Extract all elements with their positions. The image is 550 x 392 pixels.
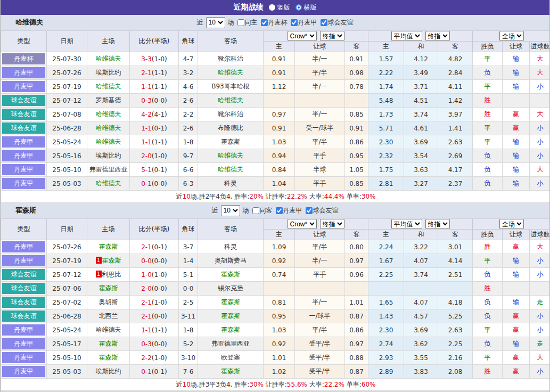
asian-odds-cell: 0.85 [345,177,368,191]
bookmaker-select[interactable]: Crow* [288,31,317,41]
match-date-cell: 25-05-10 [47,163,87,177]
competition-option[interactable]: 球会友谊 [303,206,339,215]
match-date-cell: 25-07-08 [47,108,87,121]
asian-sub-header: 客 [345,42,368,52]
euro-odds-cell: 3.74 [404,108,438,121]
summary-segment: 44.4% [324,193,344,200]
competition-type-badge: 丹麦甲 [2,67,45,78]
euro-odds-cell: 2.63 [438,323,473,337]
competition-type-cell: 丹麦甲 [1,135,47,149]
same-venue-option[interactable]: 同客 [250,206,273,215]
competition-option[interactable]: 丹麦杯 [259,18,288,27]
odds-stage-select[interactable]: 终指 [320,31,344,41]
euro-source-select[interactable]: 平均值 [391,31,422,41]
euro-odds-cell: 5.48 [368,94,404,108]
competition-option[interactable]: 丹麦甲 [274,206,302,215]
asian-odds-cell: 0.87 [345,365,368,379]
euro-source-select[interactable]: 平均值 [391,219,422,229]
home-team-name: 霍森斯 [99,284,118,292]
result-cell: 平 [473,121,503,135]
fulltime-score: 1-1 [141,138,152,146]
away-team-cell: B93哥本哈根 [198,80,264,94]
away-team-name: 霍森斯 [221,298,240,306]
column-header: 客场 [198,31,264,52]
competition-checkbox[interactable] [261,19,268,26]
asian-odds-cell: 平/半 [295,240,345,254]
summary-row: 近10场,胜2平4负4, 胜率:20% 让胜率:22.2% 大率:44.4% 单… [1,191,550,203]
euro-odds-group-header: 平均值终指 [368,31,473,42]
euro-odds-cell: 1.67 [368,254,404,268]
match-date-cell: 25-05-03 [47,177,87,191]
euro-odds-cell: 3.97 [438,108,473,121]
same-venue-checkbox[interactable] [252,207,259,214]
score-cell: 0-0(0-0) [130,254,179,268]
euro-sub-header: 客 [438,230,473,240]
competition-type-badge: 球会友谊 [2,297,45,308]
home-team-cell: 哈维德夫 [87,52,130,66]
competition-option[interactable]: 球会友谊 [318,18,354,27]
competition-type-cell: 球会友谊 [1,309,47,323]
asian-odds-cell: 半/一 [295,296,345,309]
away-team-name: 霍森斯 [221,326,240,333]
asian-odds-cell [264,282,295,296]
near-games-select[interactable]: 10 [221,205,240,216]
corner-cell: 1-8 [179,323,198,337]
euro-sub-header: 和 [404,230,438,240]
result-sub-header: 让球 [503,42,530,52]
result-cell [503,94,530,108]
period-select[interactable]: 全场 [499,219,524,229]
euro-odds-cell: 2.93 [368,351,404,365]
competition-label: 丹麦杯 [268,18,288,27]
radio-selected-icon [295,4,302,11]
odds-stage-select[interactable]: 终指 [320,219,344,229]
home-team-cell: 弗雷德里西亚 [87,163,130,177]
same-venue-checkbox[interactable] [237,19,244,26]
score-cell: 4-2(4-1) [130,108,179,121]
competition-type-badge: 丹麦甲 [2,352,45,363]
fulltime-score: 1-1 [141,326,152,334]
halftime-score: (1-0) [152,55,167,63]
home-team-cell: 埃斯比约 [87,149,130,163]
column-header: 日期 [47,31,87,52]
fulltime-score: 2-1 [141,313,152,320]
near-games-select[interactable]: 10 [206,17,225,28]
layout-radio-vertical[interactable]: 竖版 [269,3,290,12]
bookmaker-select[interactable]: Crow* [288,219,317,229]
home-team-name: 霍森斯 [99,340,118,347]
euro-odds-cell: 4.11 [438,80,473,94]
euro-stage-select[interactable]: 终指 [425,31,450,41]
asian-odds-cell [264,94,295,108]
summary-segment: 场,胜3平3负4, [191,381,234,388]
layout-radio-horizontal[interactable]: 横版 [295,3,317,12]
result-cell: 胜 [473,282,503,296]
summary-segment: 大率: [307,381,324,388]
competition-checkbox[interactable] [321,19,327,26]
corner-cell: 9-7 [179,149,198,163]
euro-odds-cell: 1.65 [368,296,404,309]
asian-sub-header: 主 [264,42,295,52]
competition-checkbox[interactable] [276,207,283,214]
home-team-name: 弗雷德里西亚 [89,166,128,173]
halftime-score: (1-1) [152,138,167,146]
match-date-cell: 25-07-02 [47,296,87,309]
halftime-score: (0-0) [152,340,167,348]
match-row: 丹麦杯25-07-30哈维德夫3-3(1-0)4-7靴尔科治0.91半/一0.9… [1,52,550,66]
score-cell: 3-3(1-0) [130,52,179,66]
competition-option[interactable]: 丹麦甲 [289,18,317,27]
asian-odds-cell: 0.97 [345,337,368,351]
result-group-header: 全场 [473,31,550,42]
result-cell: 赢 [503,351,530,365]
match-row: 丹麦甲25-05-10霍森斯2-2(1-0)3-10欧登塞1.01受平/半0.8… [1,351,550,365]
games-unit-label: 场 [228,18,234,27]
result-cell: 负 [473,163,503,177]
euro-stage-select[interactable]: 终指 [425,219,450,229]
away-team-name: 科灵 [224,179,237,187]
corner-cell: 1-8 [179,135,198,149]
asian-odds-cell: 1.02 [264,365,295,379]
same-venue-option[interactable]: 同主 [235,18,258,27]
home-team-cell: 霍森斯 [87,351,130,365]
competition-checkbox[interactable] [291,19,298,26]
competition-type-cell: 球会友谊 [1,94,47,108]
period-select[interactable]: 全场 [499,31,524,41]
competition-checkbox[interactable] [306,207,313,214]
